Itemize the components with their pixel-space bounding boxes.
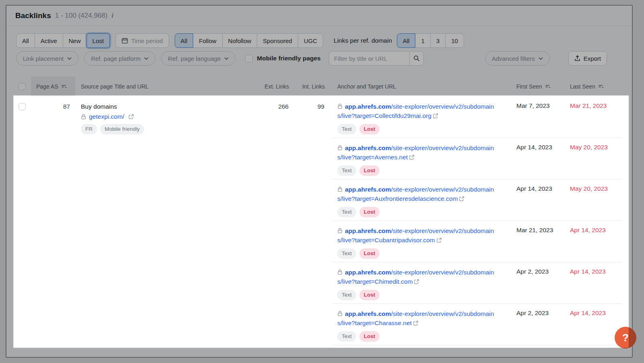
status-filter-all[interactable]: All: [16, 33, 35, 48]
export-icon: [574, 55, 580, 62]
help-fab-label: ?: [622, 332, 629, 344]
target-domain: app.ahrefs.com: [345, 227, 391, 234]
backlink-subrows: app.ahrefs.com/site-explorer/overview/v2…: [325, 96, 630, 349]
last-seen-value: May 20, 2023: [564, 138, 630, 179]
sort-icon: [61, 84, 67, 90]
first-seen-value: Apr 14, 2023: [511, 179, 564, 221]
column-header-last-seen[interactable]: Last Seen: [564, 76, 630, 96]
column-header-int-links: Int. Links: [289, 76, 325, 96]
status-filter-new[interactable]: New: [63, 33, 87, 48]
last-seen-value: Mar 21, 2023: [564, 96, 630, 138]
search-button[interactable]: [409, 51, 424, 66]
ref-page-language-dropdown[interactable]: Ref. page language: [161, 51, 235, 66]
link-type-badge: Text: [337, 248, 356, 259]
link-type-badge: Text: [337, 124, 356, 134]
rel-filter-follow[interactable]: Follow: [193, 33, 222, 48]
calendar-icon: [122, 37, 128, 44]
links-per-domain-3[interactable]: 3: [430, 33, 446, 48]
target-url-link[interactable]: app.ahrefs.com/site-explorer/overview/v2…: [337, 103, 494, 119]
sort-icon: [545, 84, 551, 90]
rel-filter-nofollow[interactable]: Nofollow: [222, 33, 258, 48]
column-header-ext-links: Ext. Links: [258, 76, 289, 96]
lock-icon: [337, 186, 343, 192]
external-link-icon[interactable]: [409, 155, 415, 160]
ref-page-platform-dropdown[interactable]: Ref. page platform: [84, 51, 155, 66]
lock-icon: [337, 145, 343, 151]
rel-filter-ugc[interactable]: UGC: [298, 33, 323, 48]
mobile-friendly-checkbox[interactable]: [245, 55, 253, 62]
backlinks-report-panel: Backlinks 1 - 100 (424,968) i All Active…: [6, 5, 633, 358]
search-icon: [413, 55, 420, 62]
rel-filter-sponsored[interactable]: Sponsored: [257, 33, 298, 48]
backlink-entry: app.ahrefs.com/site-explorer/overview/v2…: [325, 179, 630, 221]
page-as-value: 87: [31, 96, 75, 349]
backlink-entry: app.ahrefs.com/site-explorer/overview/v2…: [325, 303, 630, 345]
target-domain: app.ahrefs.com: [345, 269, 391, 276]
sort-icon: [598, 84, 604, 90]
time-period-button[interactable]: Time period: [116, 33, 169, 48]
anchor-target-cell: app.ahrefs.com/site-explorer/overview/v2…: [325, 221, 511, 262]
lock-icon: [337, 269, 343, 275]
links-per-domain-label: Links per ref. domain: [334, 37, 392, 44]
first-seen-value: Mar 7, 2023: [511, 96, 564, 138]
external-link-icon[interactable]: [433, 113, 438, 119]
external-link-icon[interactable]: [459, 196, 464, 202]
result-range-count: 1 - 100 (424,968): [55, 12, 107, 20]
rel-filter-all[interactable]: All: [175, 33, 194, 48]
link-placement-label: Link placement: [23, 55, 64, 62]
row-checkbox[interactable]: [19, 103, 26, 110]
external-link-icon[interactable]: [128, 114, 134, 120]
filter-toolbar-row-2: Link placement Ref. page platform Ref. p…: [16, 51, 628, 66]
column-header-first-seen[interactable]: First Seen: [511, 76, 564, 96]
link-placement-dropdown[interactable]: Link placement: [16, 51, 78, 66]
status-badge: Lost: [359, 165, 380, 176]
status-filter-lost[interactable]: Lost: [87, 33, 110, 48]
page-title: Backlinks: [15, 11, 51, 20]
ref-page-platform-label: Ref. page platform: [91, 55, 140, 62]
lock-icon: [337, 311, 343, 316]
time-period-label: Time period: [131, 37, 163, 44]
last-seen-value: Apr 14, 2023: [564, 262, 630, 303]
links-per-domain-1[interactable]: 1: [415, 33, 430, 48]
advanced-filters-label: Advanced filters: [492, 55, 535, 62]
advanced-filters-dropdown[interactable]: Advanced filters: [485, 51, 550, 66]
link-type-badge: Text: [337, 331, 356, 342]
status-filter-active[interactable]: Active: [35, 33, 63, 48]
chevron-down-icon: [67, 57, 72, 60]
source-page-url-link[interactable]: getexpi.com/: [89, 113, 124, 120]
rel-filter-segment: All Follow Nofollow Sponsored UGC: [175, 33, 323, 48]
anchor-target-cell: app.ahrefs.com/site-explorer/overview/v2…: [325, 138, 511, 179]
help-fab[interactable]: ?: [615, 327, 636, 349]
target-url-link[interactable]: app.ahrefs.com/site-explorer/overview/v2…: [337, 227, 494, 243]
external-link-icon[interactable]: [413, 320, 419, 326]
column-header-page-as[interactable]: Page AS: [31, 76, 75, 96]
filter-input[interactable]: [329, 51, 409, 66]
links-per-domain-all[interactable]: All: [397, 33, 416, 48]
target-url-link[interactable]: app.ahrefs.com/site-explorer/overview/v2…: [337, 144, 494, 161]
chevron-down-icon: [539, 57, 543, 60]
source-page-title: Buy domains: [81, 103, 258, 110]
lock-icon: [337, 228, 343, 233]
table-row: 87 Buy domains getexpi.com/: [14, 96, 630, 349]
first-seen-value: Apr 2, 2023: [511, 262, 564, 303]
status-badge: Lost: [359, 331, 380, 342]
first-seen-value: Mar 21, 2023: [511, 221, 564, 262]
link-type-badge: Text: [337, 207, 356, 217]
backlink-entry: app.ahrefs.com/site-explorer/overview/v2…: [325, 221, 630, 262]
external-link-icon[interactable]: [414, 279, 419, 285]
backlink-entry: app.ahrefs.com/site-explorer/overview/v2…: [325, 96, 630, 138]
target-domain: app.ahrefs.com: [345, 310, 391, 317]
info-icon[interactable]: i: [111, 12, 113, 19]
target-url-link[interactable]: app.ahrefs.com/site-explorer/overview/v2…: [337, 186, 494, 202]
first-seen-value: Apr 2, 2023: [511, 303, 564, 345]
export-button[interactable]: Export: [568, 51, 607, 66]
select-all-checkbox[interactable]: [19, 83, 26, 90]
column-header-anchor: Anchor and Target URL: [325, 76, 511, 96]
external-link-icon[interactable]: [436, 237, 442, 243]
backlink-entry: app.ahrefs.com/site-explorer/overview/v2…: [325, 262, 630, 303]
column-header-source: Source page Title and URL: [75, 76, 258, 96]
status-badge: Lost: [359, 290, 380, 300]
int-links-value: 99: [289, 96, 325, 349]
links-per-domain-segment: All 1 3 10: [397, 33, 464, 48]
links-per-domain-10[interactable]: 10: [445, 33, 464, 48]
